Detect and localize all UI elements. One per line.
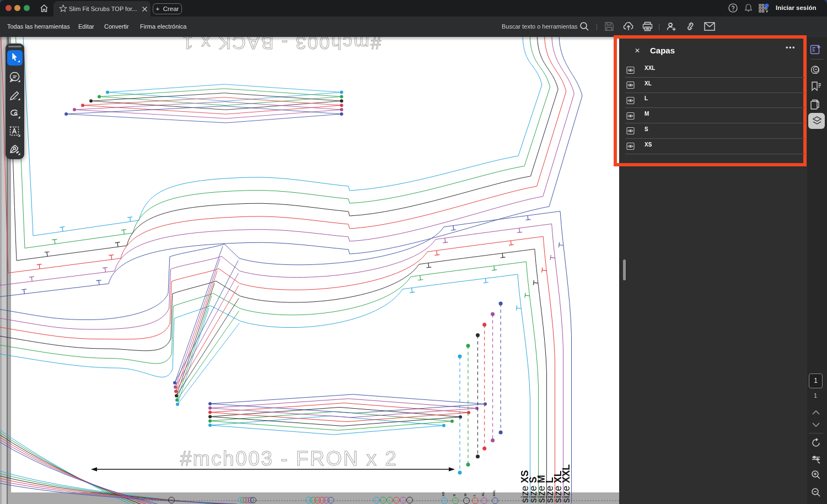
svg-text:XS: XS xyxy=(442,492,445,496)
svg-text:XL: XL xyxy=(481,492,485,496)
svg-text:XXL: XXL xyxy=(492,490,496,496)
svg-text:M: M xyxy=(464,494,467,496)
svg-text:S: S xyxy=(453,494,456,496)
svg-text:L: L xyxy=(472,494,476,496)
svg-text:size XXL: size XXL xyxy=(561,464,572,503)
svg-text:#mch003 - FRON x 2: #mch003 - FRON x 2 xyxy=(180,447,398,470)
